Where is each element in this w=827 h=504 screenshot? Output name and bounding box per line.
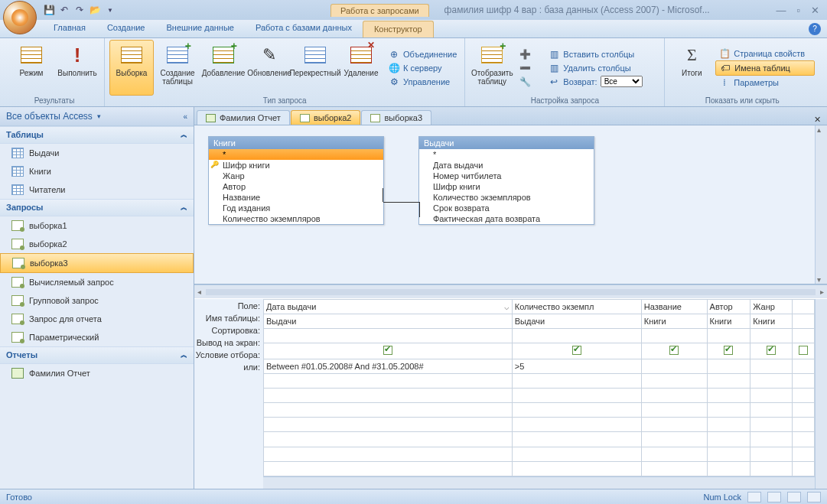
datadef-button[interactable]: ⚙Управление xyxy=(385,75,460,89)
grid-cell[interactable] xyxy=(792,359,814,373)
grid-cell[interactable]: Название xyxy=(641,300,707,314)
view-datasheet-button[interactable] xyxy=(747,492,761,502)
grid-cell[interactable] xyxy=(792,343,814,359)
show-checkbox[interactable] xyxy=(799,346,808,355)
grid-cell[interactable] xyxy=(264,432,513,447)
builder-button[interactable]: 🔧 xyxy=(516,75,543,89)
redo-icon[interactable]: ↷ xyxy=(73,4,86,16)
show-checkbox[interactable] xyxy=(572,346,581,355)
grid-cell[interactable] xyxy=(792,432,814,447)
grid-cell[interactable] xyxy=(750,447,793,461)
totals-button[interactable]: ΣИтоги xyxy=(669,40,714,96)
grid-cell[interactable] xyxy=(512,447,641,461)
open-icon[interactable]: 📂 xyxy=(89,4,101,16)
field-item[interactable]: Жанр xyxy=(209,171,383,181)
nav-item[interactable]: Выдачи xyxy=(0,144,194,162)
view-pivot-button[interactable] xyxy=(807,492,821,502)
grid-cell[interactable]: Between #01.05.2008# And #31.05.2008# xyxy=(264,359,513,373)
grid-cell[interactable] xyxy=(707,329,750,343)
grid-cell[interactable]: Выдачи xyxy=(512,314,641,329)
return-rows[interactable]: ↩Возврат: Все xyxy=(545,75,659,89)
grid-cell[interactable] xyxy=(792,373,814,388)
grid-cell[interactable] xyxy=(750,343,793,359)
tab-external[interactable]: Внешние данные xyxy=(156,20,245,37)
grid-cell[interactable] xyxy=(707,373,750,388)
grid-cell[interactable] xyxy=(750,432,793,447)
grid-cell[interactable] xyxy=(707,461,750,476)
doc-tab-report[interactable]: Фамилия Отчет xyxy=(197,110,290,125)
grid-cell[interactable] xyxy=(512,432,641,447)
tab-database[interactable]: Работа с базами данных xyxy=(245,20,363,37)
grid-cell[interactable] xyxy=(512,389,641,403)
field-item[interactable]: Название xyxy=(209,192,383,203)
nav-item[interactable]: выборка1 xyxy=(0,216,194,235)
field-item[interactable]: Номер читбилета xyxy=(419,171,594,181)
nav-item[interactable]: Запрос для отчета xyxy=(0,310,194,328)
nav-item[interactable]: Читатели xyxy=(0,180,194,199)
minimize-icon[interactable]: — xyxy=(776,5,786,16)
view-design-button[interactable] xyxy=(787,492,801,502)
nav-group-report[interactable]: Отчеты︽ xyxy=(0,346,194,364)
grid-cell[interactable] xyxy=(641,359,707,373)
nav-group-query[interactable]: Запросы︽ xyxy=(0,199,194,216)
field-item[interactable]: Фактическая дата возврата xyxy=(419,213,594,224)
grid-cell[interactable] xyxy=(264,329,513,343)
field-item[interactable]: Дата выдачи xyxy=(419,160,594,171)
close-tab-button[interactable]: ✕ xyxy=(808,115,827,125)
field-item[interactable]: Срок возврата xyxy=(419,203,594,213)
grid-cell[interactable] xyxy=(264,343,513,359)
grid-cell[interactable] xyxy=(707,432,750,447)
grid-cell[interactable] xyxy=(512,403,641,418)
qat-dropdown-icon[interactable]: ▼ xyxy=(104,4,116,16)
grid-cell[interactable] xyxy=(641,432,707,447)
grid-cell[interactable] xyxy=(750,461,793,476)
tab-create[interactable]: Создание xyxy=(96,20,156,37)
table-names-button[interactable]: 🏷Имена таблиц xyxy=(715,60,815,76)
nav-item[interactable]: Книги xyxy=(0,162,194,180)
field-item[interactable]: Шифр книги xyxy=(419,181,594,192)
join-line[interactable] xyxy=(383,202,419,203)
grid-cell[interactable] xyxy=(641,343,707,359)
passthrough-button[interactable]: 🌐К серверу xyxy=(385,61,460,75)
grid-cell[interactable]: Книги xyxy=(750,314,793,329)
grid-cell[interactable] xyxy=(641,389,707,403)
grid-cell[interactable] xyxy=(641,373,707,388)
doc-tab-query2[interactable]: выборка2 xyxy=(291,110,361,125)
make-table-button[interactable]: Создание таблицы xyxy=(155,40,200,96)
grid-cell[interactable] xyxy=(792,447,814,461)
delete-cols-button[interactable]: ▥Удалить столбцы xyxy=(545,61,659,75)
grid-cell[interactable]: Книги xyxy=(707,314,750,329)
select-query-button[interactable]: Выборка xyxy=(109,40,154,96)
nav-item[interactable]: Фамилия Отчет xyxy=(0,364,194,382)
crosstab-button[interactable]: Перекрестный xyxy=(293,40,337,96)
doc-tab-query3[interactable]: выборка3 xyxy=(361,110,431,125)
grid-cell[interactable]: Жанр xyxy=(750,300,793,314)
parameters-button[interactable]: ⁞Параметры xyxy=(715,76,815,89)
insert-cols-button[interactable]: ▥Вставить столбцы xyxy=(545,47,659,61)
field-item[interactable]: Количество экземпляров xyxy=(419,192,594,203)
nav-group-table[interactable]: Таблицы︽ xyxy=(0,126,194,144)
grid-cell[interactable] xyxy=(264,373,513,388)
nav-item[interactable]: Групповой запрос xyxy=(0,291,194,310)
insert-rows-button[interactable]: ➕ xyxy=(516,47,543,61)
view-sql-button[interactable] xyxy=(767,492,781,502)
grid-cell[interactable] xyxy=(264,403,513,418)
grid-cell[interactable] xyxy=(512,373,641,388)
grid-cell[interactable] xyxy=(750,403,793,418)
nav-item[interactable]: выборка2 xyxy=(0,235,194,253)
grid-cell[interactable] xyxy=(750,389,793,403)
grid-cell[interactable] xyxy=(707,447,750,461)
show-checkbox[interactable] xyxy=(724,346,733,355)
update-button[interactable]: ✎Обновление xyxy=(247,40,291,96)
grid-cell[interactable] xyxy=(792,314,814,329)
grid-cell[interactable]: Количество экземпл xyxy=(512,300,641,314)
grid-cell[interactable] xyxy=(792,300,814,314)
grid-cell[interactable] xyxy=(792,389,814,403)
show-checkbox[interactable] xyxy=(767,346,776,355)
grid-cell[interactable] xyxy=(512,418,641,432)
grid-cell[interactable] xyxy=(641,461,707,476)
grid-cell[interactable]: Книги xyxy=(641,314,707,329)
undo-icon[interactable]: ↶ xyxy=(58,4,70,16)
return-select[interactable]: Все xyxy=(601,76,643,87)
field-item[interactable]: * xyxy=(419,149,594,160)
